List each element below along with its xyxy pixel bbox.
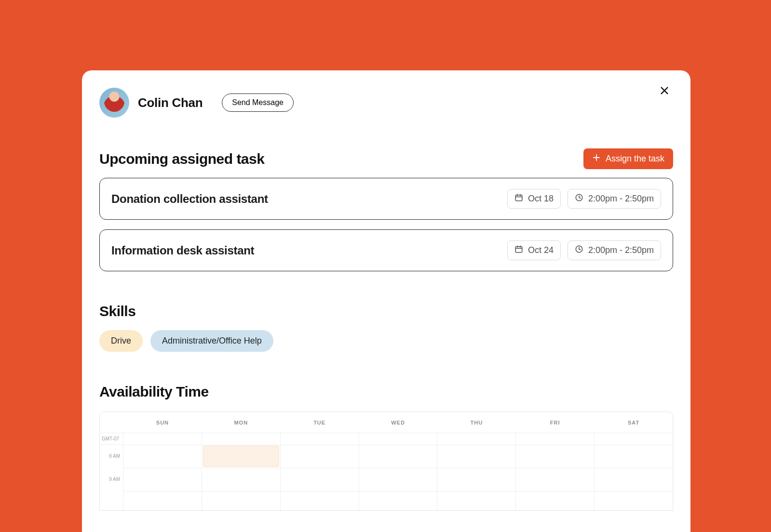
assign-task-button[interactable]: Assign the task <box>583 148 673 169</box>
calendar-day-header: SUN <box>123 420 202 426</box>
profile-card: Colin Chan Send Message Upcoming assigne… <box>82 70 690 532</box>
task-list: Donation collection assistant Oct 18 2:0… <box>99 178 673 271</box>
task-date: Oct 18 <box>528 194 554 204</box>
svg-rect-11 <box>515 247 522 253</box>
skills-section: Skills Drive Administrative/Office Help <box>99 303 673 352</box>
clock-icon <box>575 193 583 204</box>
header-row: Colin Chan Send Message <box>99 88 673 118</box>
clock-icon <box>575 245 583 256</box>
calendar-day-col-sat[interactable] <box>594 433 673 510</box>
user-name: Colin Chan <box>138 95 203 110</box>
calendar-day-header: THU <box>437 420 515 426</box>
plus-icon <box>592 153 601 164</box>
calendar-day-col-mon[interactable] <box>202 433 280 510</box>
close-icon <box>659 84 670 99</box>
send-message-button[interactable]: Send Message <box>222 93 294 112</box>
calendar-day-col-fri[interactable] <box>515 433 594 510</box>
task-time-chip: 2:00pm - 2:50pm <box>568 189 661 209</box>
skill-pill-admin: Administrative/Office Help <box>150 330 273 352</box>
task-meta: Oct 24 2:00pm - 2:50pm <box>507 240 661 260</box>
task-time-chip: 2:00pm - 2:50pm <box>568 240 661 260</box>
calendar-day-col-wed[interactable] <box>359 433 437 510</box>
calendar-timezone: GMT-07 <box>100 433 123 445</box>
calendar-hour-label: 8 AM <box>100 445 123 468</box>
upcoming-section-title: Upcoming assigned task <box>99 151 264 167</box>
task-date: Oct 24 <box>528 245 554 255</box>
skills-section-title: Skills <box>99 303 673 319</box>
availability-section: Availability Time SUN MON TUE WED THU FR… <box>99 384 673 511</box>
calendar-day-header: SAT <box>594 420 673 426</box>
skill-pills: Drive Administrative/Office Help <box>99 330 673 352</box>
task-card[interactable]: Donation collection assistant Oct 18 2:0… <box>99 178 673 220</box>
task-title: Information desk assistant <box>111 244 254 257</box>
calendar-day-col-thu[interactable] <box>437 433 515 510</box>
avatar[interactable] <box>99 88 129 118</box>
availability-calendar[interactable]: SUN MON TUE WED THU FRI SAT GMT-07 8 AM … <box>99 412 673 511</box>
calendar-hour-label: 9 AM <box>100 468 123 491</box>
svg-line-17 <box>579 249 581 250</box>
calendar-day-header: MON <box>202 420 280 426</box>
calendar-header: SUN MON TUE WED THU FRI SAT <box>100 412 673 433</box>
task-time: 2:00pm - 2:50pm <box>588 245 654 255</box>
svg-line-10 <box>579 198 581 199</box>
svg-rect-4 <box>515 195 522 201</box>
calendar-day-header: FRI <box>515 420 594 426</box>
assign-task-label: Assign the task <box>606 154 664 164</box>
close-button[interactable] <box>656 83 673 100</box>
calendar-day-header: WED <box>359 420 437 426</box>
calendar-body[interactable]: GMT-07 8 AM 9 AM <box>100 433 673 510</box>
task-date-chip: Oct 18 <box>507 189 561 209</box>
task-title: Donation collection assistant <box>111 192 268 206</box>
availability-section-title: Availability Time <box>99 384 673 400</box>
calendar-time-gutter: GMT-07 8 AM 9 AM <box>100 433 123 510</box>
task-date-chip: Oct 24 <box>507 240 561 260</box>
calendar-day-col-sun[interactable] <box>123 433 202 510</box>
skill-pill-drive: Drive <box>99 330 143 352</box>
upcoming-section-header: Upcoming assigned task Assign the task <box>99 148 673 169</box>
calendar-icon <box>514 193 523 204</box>
task-meta: Oct 18 2:00pm - 2:50pm <box>507 189 661 209</box>
calendar-day-col-tue[interactable] <box>280 433 359 510</box>
calendar-icon <box>514 245 523 256</box>
calendar-day-header: TUE <box>280 420 359 426</box>
task-time: 2:00pm - 2:50pm <box>588 194 654 204</box>
task-card[interactable]: Information desk assistant Oct 24 2:00pm… <box>99 229 673 271</box>
availability-block[interactable] <box>203 446 279 467</box>
